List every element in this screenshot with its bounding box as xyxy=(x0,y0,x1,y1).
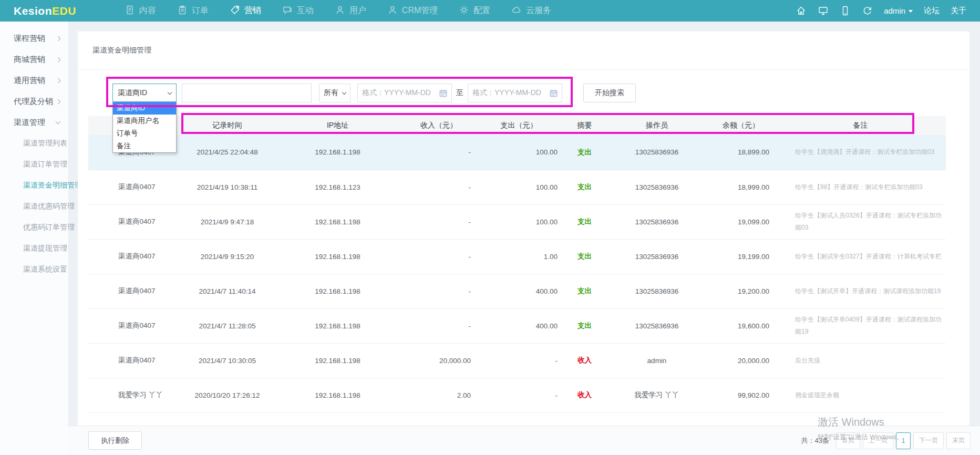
table-row[interactable]: 渠道商04072021/4/7 11:28:05192.168.1.198-40… xyxy=(88,308,946,343)
column-header: 余额（元） xyxy=(707,116,775,135)
cell-operator: 13025836936 xyxy=(607,135,707,170)
filter-bar: 渠道商ID 所有 格式：YYYY-MM-DD 至 格式：YYYY-MM-DD xyxy=(78,70,969,116)
table-row[interactable]: 我爱学习 丫丫2020/10/20 17:26:12192.168.1.1982… xyxy=(88,378,946,412)
cell-time: 2021/4/7 10:30:05 xyxy=(181,343,273,378)
order-icon xyxy=(177,5,188,17)
dropdown-option[interactable]: 渠道商ID xyxy=(113,102,176,115)
sidebar-item[interactable]: 渠道订单管理 xyxy=(0,154,68,175)
search-field-select[interactable]: 渠道商ID xyxy=(112,84,177,102)
table-body: 渠道商04072021/4/25 22:04:48192.168.1.198-1… xyxy=(88,135,946,412)
topnav-item[interactable]: 配置 xyxy=(459,5,490,17)
user-icon xyxy=(335,5,345,17)
column-header: 支出（元） xyxy=(476,116,562,135)
sidebar-item[interactable]: 渠道提现管理 xyxy=(0,238,68,259)
cell-income: - xyxy=(402,135,476,170)
content-icon xyxy=(125,5,135,17)
dropdown-option[interactable]: 渠道商用户名 xyxy=(113,115,176,127)
cell-operator: admin xyxy=(607,343,707,378)
sidebar-item[interactable]: 渠道优惠码管理 xyxy=(0,196,68,217)
mobile-icon[interactable] xyxy=(840,5,851,16)
date-from-input[interactable]: 格式：YYYY-MM-DD xyxy=(357,84,452,102)
topbar-quick-icons xyxy=(796,5,873,16)
cell-time: 2021/4/9 9:47:18 xyxy=(181,204,273,239)
page-button[interactable]: 上一页 xyxy=(863,432,893,449)
field-select-dropdown: 渠道商ID 渠道商用户名 订单号 备注 xyxy=(112,101,177,153)
table-row[interactable]: 渠道商04072021/4/9 9:15:20192.168.1.198-1.0… xyxy=(88,239,946,274)
cell-expense: 100.00 xyxy=(476,204,562,239)
interact-icon xyxy=(282,5,293,17)
topnav-item[interactable]: 用户 xyxy=(335,5,366,17)
user-name: admin xyxy=(884,6,905,15)
keyword-input[interactable] xyxy=(182,84,312,102)
cloud-icon xyxy=(511,5,522,17)
home-icon[interactable] xyxy=(796,5,807,16)
column-header: 摘要 xyxy=(562,116,607,135)
topbar: KesionEDU 内容 订单 营销 互动 xyxy=(0,0,980,22)
topnav-item[interactable]: 互动 xyxy=(282,5,314,17)
cell-operator: 13025836936 xyxy=(607,204,707,239)
sidebar-item[interactable]: 代理及分销 xyxy=(0,91,68,112)
cell-expense: 100.00 xyxy=(476,170,562,204)
cell-time: 2021/4/9 9:15:20 xyxy=(181,239,273,274)
search-button[interactable]: 开始搜索 xyxy=(583,84,636,102)
cell-ip: 192.168.1.123 xyxy=(273,170,402,204)
calendar-icon[interactable] xyxy=(550,89,558,97)
page-button[interactable]: 末页 xyxy=(946,432,971,449)
dropdown-option[interactable]: 备注 xyxy=(113,140,176,152)
summary-badge: 支出 xyxy=(577,148,592,156)
sidebar-item[interactable]: 渠道资金明细管理 xyxy=(0,175,68,196)
cell-name: 渠道商0407 xyxy=(88,170,181,204)
sidebar-item[interactable]: 渠道管理 xyxy=(0,112,68,133)
table-row[interactable]: 渠道商04072021/4/25 22:04:48192.168.1.198-1… xyxy=(88,135,946,170)
type-select[interactable]: 所有 xyxy=(319,84,350,102)
chevron-down-icon xyxy=(909,10,913,13)
date-to-input[interactable]: 格式：YYYY-MM-DD xyxy=(468,84,562,102)
pagination: 共：43条 首页上一页1下一页末页 xyxy=(801,432,971,449)
topnav-item[interactable]: 订单 xyxy=(177,5,209,17)
cell-remark: 给学生【滴滴滴】开通课程：测试专栏添加功能03 xyxy=(775,135,946,170)
config-icon xyxy=(459,5,469,17)
topnav-item[interactable]: 营销 xyxy=(230,5,261,17)
topnav-item[interactable]: CRM管理 xyxy=(387,5,438,17)
summary-badge: 支出 xyxy=(577,218,592,225)
table-header: 记录时间IP地址收入（元）支出（元）摘要操作员余额（元）备注 xyxy=(88,116,946,135)
monitor-icon[interactable] xyxy=(818,5,829,16)
topnav-item[interactable]: 内容 xyxy=(125,5,156,17)
table-row[interactable]: 渠道商04072021/4/19 10:38:11192.168.1.123-1… xyxy=(88,170,946,204)
sidebar-item[interactable]: 商城营销 xyxy=(0,49,68,70)
cell-remark: 佣金提现至余额 xyxy=(775,378,946,412)
cell-summary: 支出 xyxy=(562,204,607,239)
cell-operator: 13025836936 xyxy=(607,274,707,308)
sidebar-item[interactable]: 优惠码订单管理 xyxy=(0,217,68,238)
dropdown-option[interactable]: 订单号 xyxy=(113,127,176,140)
cell-income: 2.00 xyxy=(402,378,476,412)
sidebar-item[interactable]: 通用营销 xyxy=(0,70,68,91)
page-title: 渠道资金明细管理 xyxy=(78,32,969,55)
page-button[interactable]: 首页 xyxy=(836,432,860,449)
table-row[interactable]: 渠道商04072021/4/9 9:47:18192.168.1.198-100… xyxy=(88,204,946,239)
topbar-link[interactable]: 关于 xyxy=(951,6,966,16)
cell-expense: - xyxy=(476,343,562,378)
calendar-icon[interactable] xyxy=(439,89,447,97)
sidebar-item[interactable]: 课程营销 xyxy=(0,28,68,49)
table-row[interactable]: 渠道商04072021/4/7 10:30:05192.168.1.19820,… xyxy=(88,343,946,378)
cell-name: 我爱学习 丫丫 xyxy=(88,378,181,412)
cell-name: 渠道商0407 xyxy=(88,308,181,343)
topbar-link[interactable]: 论坛 xyxy=(924,6,940,16)
topnav-item[interactable]: 云服务 xyxy=(511,5,551,17)
refresh-icon[interactable] xyxy=(862,5,873,16)
cell-ip: 192.168.1.198 xyxy=(273,204,402,239)
delete-button[interactable]: 执行删除 xyxy=(88,431,142,450)
chevron-down-icon xyxy=(168,90,172,94)
page-button[interactable]: 下一页 xyxy=(913,432,944,449)
user-menu[interactable]: admin xyxy=(884,6,913,15)
summary-badge: 支出 xyxy=(577,183,592,191)
sidebar-item[interactable]: 渠道管理列表 xyxy=(0,133,68,154)
cell-remark: 给学生【测试开单】开通课程：测试课程添加功能19 xyxy=(775,274,946,308)
page-button[interactable]: 1 xyxy=(896,432,911,449)
sidebar-item[interactable]: 渠道系统设置 xyxy=(0,259,68,280)
table-row[interactable]: 渠道商04072021/4/7 11:40:14192.168.1.198-40… xyxy=(88,274,946,308)
cell-balance: 19,099.00 xyxy=(707,204,775,239)
cell-name: 渠道商0407 xyxy=(88,274,181,308)
cell-operator: 13025836936 xyxy=(607,308,707,343)
